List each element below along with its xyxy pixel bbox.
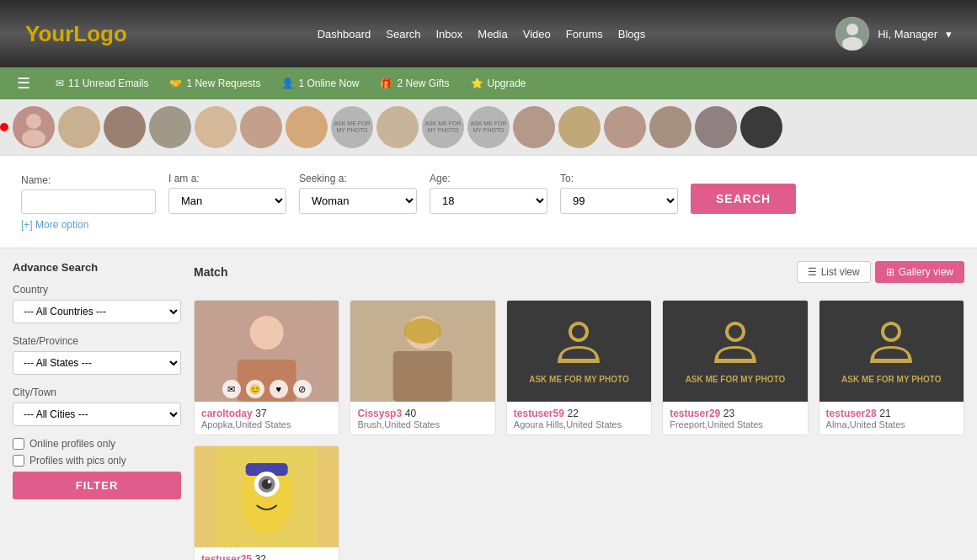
more-option-link[interactable]: [+] More option: [21, 219, 956, 231]
profile-name: caroltoday: [201, 408, 253, 419]
online-icon: 👤: [281, 77, 294, 89]
hamburger-icon[interactable]: ☰: [17, 74, 30, 93]
strip-profile-6[interactable]: [240, 106, 282, 148]
search-form: Name: I am a: Man Woman Seeking a: Woman…: [0, 156, 977, 248]
strip-profile-2[interactable]: [58, 106, 100, 148]
strip-profile-3[interactable]: [104, 106, 146, 148]
card-heart-icon[interactable]: ♥: [270, 380, 288, 398]
age-from-field: Age: 181920: [430, 173, 547, 214]
user-area[interactable]: Hi, Manager ▾: [836, 17, 952, 51]
online-now[interactable]: 👤 1 Online Now: [281, 77, 359, 89]
search-row: Name: I am a: Man Woman Seeking a: Woman…: [21, 173, 956, 214]
strip-profile-ask2[interactable]: ASK ME FOR MY PHOTO: [422, 106, 464, 148]
age-to-field: To: 999080: [560, 173, 678, 214]
gallery-view-button[interactable]: ⊞ Gallery view: [875, 261, 964, 283]
strip-profile-1[interactable]: [13, 106, 55, 148]
strip-profile-5[interactable]: [195, 106, 237, 148]
age-label: Age:: [430, 173, 547, 184]
strip-profile-12[interactable]: [649, 106, 691, 148]
pics-only-row: Profiles with pics only: [13, 455, 181, 467]
strip-profile-8[interactable]: [376, 106, 419, 148]
nav-media[interactable]: Media: [478, 28, 507, 40]
strip-profile-4[interactable]: [149, 106, 191, 148]
pics-only-checkbox[interactable]: [13, 455, 24, 467]
profile-name: testuser29: [670, 408, 720, 419]
iam-select[interactable]: Man Woman: [168, 188, 286, 214]
ask-photo-text: ASK ME FOR MY PHOTO: [525, 374, 633, 386]
profile-card-caroltoday[interactable]: ✉ 😊 ♥ ⊘ caroltoday 37 Apopka,United Stat…: [194, 300, 339, 435]
online-only-row: Online profiles only: [13, 438, 181, 450]
avatar: [836, 17, 869, 51]
bar-items: ✉ 11 Unread Emails 🤝 1 New Requests 👤 1 …: [56, 77, 526, 89]
name-input[interactable]: [21, 189, 156, 214]
nav-inbox[interactable]: Inbox: [435, 28, 462, 40]
request-icon: 🤝: [169, 77, 182, 89]
search-button[interactable]: SEARCH: [691, 184, 796, 214]
profile-age: 40: [405, 408, 416, 419]
svg-point-14: [404, 318, 441, 344]
card-block-icon[interactable]: ⊘: [293, 380, 312, 398]
strip-profile-11[interactable]: [604, 106, 646, 148]
svg-rect-5: [13, 106, 55, 148]
svg-point-28: [268, 480, 271, 483]
pics-only-label: Profiles with pics only: [29, 455, 126, 467]
gallery-grid-row1: ✉ 😊 ♥ ⊘ caroltoday 37 Apopka,United Stat…: [194, 300, 964, 560]
strip-profile-14[interactable]: [740, 106, 782, 148]
age-to-select[interactable]: 999080: [560, 188, 678, 214]
upgrade[interactable]: ⭐ Upgrade: [471, 77, 526, 89]
state-label: State/Province: [13, 335, 181, 347]
seeking-select[interactable]: Woman Man: [299, 188, 417, 214]
upgrade-icon: ⭐: [471, 77, 483, 89]
nav-search[interactable]: Search: [386, 28, 420, 40]
notification-bar: ☰ ✉ 11 Unread Emails 🤝 1 New Requests 👤 …: [0, 67, 977, 99]
new-requests[interactable]: 🤝 1 New Requests: [169, 77, 260, 89]
profile-name: testuser59: [514, 408, 564, 419]
profile-card-testuser59[interactable]: ASK ME FOR MY PHOTO testuser59 22 Agoura…: [506, 300, 652, 435]
strip-profile-9[interactable]: [513, 106, 555, 148]
card-smile-icon[interactable]: 😊: [246, 380, 264, 398]
list-view-button[interactable]: ☰ List view: [797, 261, 871, 283]
nav-blogs[interactable]: Blogs: [618, 28, 646, 40]
profile-location: Brush,United States: [357, 419, 488, 429]
state-select[interactable]: --- All States ---: [13, 351, 181, 375]
card-mail-icon[interactable]: ✉: [222, 380, 241, 398]
nav-dashboard[interactable]: Dashboard: [318, 28, 371, 40]
seeking-field: Seeking a: Woman Man: [299, 173, 417, 214]
state-section: State/Province --- All States ---: [13, 335, 181, 375]
card-info: Cissysp3 40 Brush,United States: [350, 402, 494, 435]
age-from-select[interactable]: 181920: [430, 188, 547, 214]
online-only-checkbox[interactable]: [13, 438, 24, 450]
profile-strip: ASK ME FOR MY PHOTO ASK ME FOR MY PHOTO …: [0, 99, 977, 156]
user-greeting: Hi, Manager: [878, 28, 937, 40]
profile-card-cissysp3[interactable]: Cissysp3 40 Brush,United States: [350, 300, 495, 435]
svg-point-18: [729, 325, 742, 339]
country-select[interactable]: --- All Countries ---: [13, 300, 181, 323]
profile-location: Apopka,United States: [201, 419, 332, 429]
gallery-view-icon: ⊞: [886, 266, 894, 278]
profile-age: 21: [879, 408, 890, 419]
view-toggle: ☰ List view ⊞ Gallery view: [797, 261, 964, 283]
svg-point-1: [846, 24, 858, 35]
card-info: caroltoday 37 Apopka,United States: [195, 402, 339, 435]
strip-profile-10[interactable]: [558, 106, 601, 148]
filter-button[interactable]: FILTER: [13, 472, 181, 499]
name-field: Name:: [21, 174, 156, 214]
nav-video[interactable]: Video: [523, 28, 551, 40]
profile-card-testuser29[interactable]: ASK ME FOR MY PHOTO testuser29 23 Freepo…: [662, 300, 808, 435]
main-area: Advance Search Country --- All Countries…: [0, 248, 977, 560]
profile-location: Freeport,United States: [670, 419, 800, 429]
strip-profile-7[interactable]: [286, 106, 328, 148]
nav-forums[interactable]: Forums: [566, 28, 603, 40]
profile-card-testuser25[interactable]: testuser25 32 Cupertino,United States: [194, 445, 339, 560]
profile-name: Cissysp3: [357, 408, 402, 419]
strip-profile-13[interactable]: [695, 106, 737, 148]
city-select[interactable]: --- All Cities ---: [13, 403, 181, 426]
profile-card-testuser28[interactable]: ASK ME FOR MY PHOTO testuser28 21 Alma,U…: [819, 300, 964, 435]
new-gifts[interactable]: 🎁 2 New Gifts: [380, 77, 449, 89]
content-area: Match ☰ List view ⊞ Gallery view: [194, 261, 964, 560]
strip-profile-ask3[interactable]: ASK ME FOR MY PHOTO: [467, 106, 510, 148]
strip-indicator: [0, 123, 8, 131]
strip-profile-ask1[interactable]: ASK ME FOR MY PHOTO: [331, 106, 373, 148]
profile-age: 22: [567, 408, 578, 419]
unread-emails[interactable]: ✉ 11 Unread Emails: [56, 77, 148, 89]
